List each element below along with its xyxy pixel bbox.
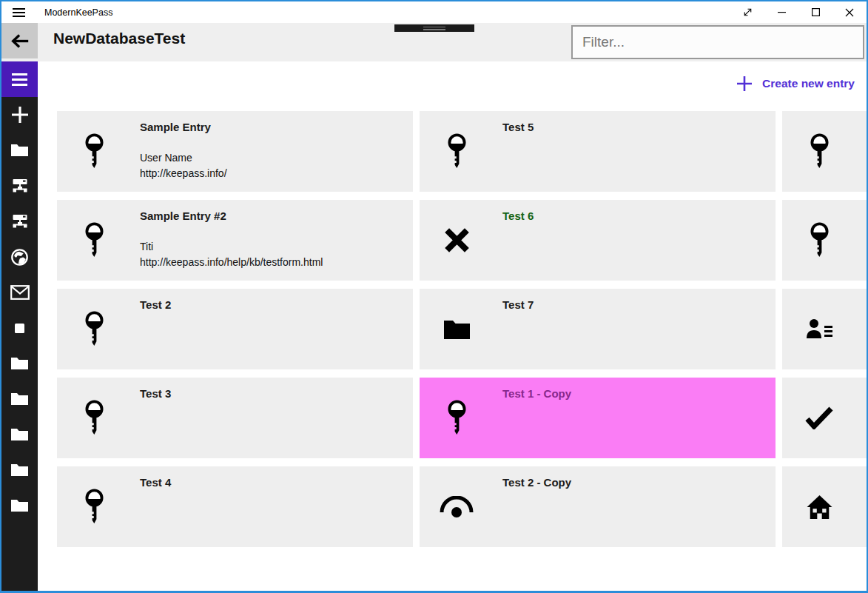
diagonal-resize-icon bbox=[742, 7, 753, 18]
contact-list-icon bbox=[782, 289, 856, 369]
plus-icon bbox=[11, 106, 29, 124]
sidebar-item-network[interactable] bbox=[1, 204, 38, 239]
entry-details: Titihttp://keepass.info/help/kb/testform… bbox=[140, 239, 323, 269]
entry-card[interactable]: Test 6 bbox=[420, 200, 776, 281]
entry-title: Test 5 bbox=[502, 120, 534, 135]
entry-title: Test 2 bbox=[140, 298, 171, 312]
mail-icon bbox=[10, 285, 30, 300]
key-icon bbox=[420, 111, 494, 192]
folder-icon bbox=[11, 499, 28, 512]
folder-icon bbox=[11, 463, 28, 477]
entry-title: Test 4 bbox=[140, 475, 171, 490]
sidebar-item-mail[interactable] bbox=[1, 275, 38, 310]
window-controls bbox=[730, 1, 867, 23]
entry-card-selected[interactable]: Test 1 - Copy bbox=[420, 378, 776, 458]
network-icon bbox=[11, 213, 29, 230]
key-icon bbox=[57, 111, 131, 192]
globe-icon bbox=[10, 248, 29, 267]
view-icon bbox=[420, 466, 494, 547]
entry-title: Sample Entry #2 bbox=[140, 209, 226, 224]
check-icon bbox=[782, 378, 856, 458]
folder-black-icon bbox=[420, 289, 494, 369]
minimize-button[interactable] bbox=[764, 1, 798, 23]
fullscreen-button[interactable] bbox=[730, 1, 764, 23]
key-icon bbox=[57, 200, 131, 281]
create-new-entry-button[interactable]: Create new entry bbox=[736, 76, 855, 92]
entry-card[interactable]: Test 3 bbox=[57, 378, 413, 458]
key-icon bbox=[57, 378, 131, 458]
network-icon bbox=[11, 178, 29, 194]
entry-card[interactable]: Test 4 bbox=[57, 466, 413, 547]
titlebar: ModernKeePass bbox=[1, 1, 867, 23]
entry-title: Test 1 - Copy bbox=[502, 386, 571, 401]
plus-icon bbox=[736, 76, 753, 92]
entry-card[interactable]: Test 7 bbox=[420, 289, 776, 369]
app-title: ModernKeePass bbox=[44, 7, 112, 18]
sidebar-item-folder[interactable] bbox=[1, 417, 38, 452]
home-icon bbox=[782, 466, 856, 547]
entry-card[interactable] bbox=[782, 378, 867, 458]
folder-icon bbox=[11, 144, 28, 157]
entry-card[interactable] bbox=[782, 111, 867, 192]
entry-title: Test 2 - Copy bbox=[502, 475, 571, 490]
sidebar-item-folder[interactable] bbox=[1, 488, 38, 523]
key-icon bbox=[420, 378, 494, 458]
entry-title: Test 3 bbox=[140, 386, 171, 401]
hamburger-icon bbox=[12, 73, 27, 86]
close-icon bbox=[845, 8, 854, 17]
folder-icon bbox=[11, 357, 28, 370]
sidebar-item-folder[interactable] bbox=[1, 133, 38, 168]
entry-card[interactable]: Sample EntryUser Namehttp://keepass.info… bbox=[57, 111, 413, 192]
key-icon bbox=[782, 200, 856, 281]
sidebar-item-folder[interactable] bbox=[1, 381, 38, 417]
sidebar-item-hamburger[interactable] bbox=[1, 61, 38, 97]
appbar-peek-handle[interactable] bbox=[394, 24, 474, 32]
minimize-icon bbox=[778, 8, 786, 16]
create-new-entry-label: Create new entry bbox=[762, 77, 855, 90]
sidebar-item-globe[interactable] bbox=[1, 239, 38, 275]
back-arrow-icon bbox=[10, 32, 30, 50]
entry-card[interactable] bbox=[782, 200, 867, 281]
app-window: ModernKeePass bbox=[0, 0, 868, 593]
entry-detail-line: http://keepass.info/ bbox=[140, 166, 227, 181]
sidebar-item-network[interactable] bbox=[1, 168, 38, 204]
close-button[interactable] bbox=[832, 1, 867, 23]
folder-icon bbox=[11, 392, 28, 406]
key-icon bbox=[57, 466, 131, 547]
maximize-button[interactable] bbox=[798, 1, 832, 23]
sidebar bbox=[1, 61, 38, 591]
entry-detail-line: Titi bbox=[140, 239, 323, 255]
folder-icon bbox=[11, 428, 28, 441]
main-content: Create new entry Sample EntryUser Nameht… bbox=[38, 61, 867, 591]
back-button[interactable] bbox=[1, 23, 38, 58]
entry-card[interactable] bbox=[782, 466, 867, 547]
sidebar-item-plus[interactable] bbox=[1, 97, 38, 133]
sidebar-item-folder[interactable] bbox=[1, 452, 38, 488]
entry-card[interactable]: Test 2 - Copy bbox=[420, 466, 776, 547]
entry-details: User Namehttp://keepass.info/ bbox=[140, 150, 227, 181]
key-icon bbox=[782, 111, 856, 192]
key-icon bbox=[57, 289, 131, 369]
entry-title: Sample Entry bbox=[140, 120, 211, 135]
entry-card[interactable]: Sample Entry #2Titihttp://keepass.info/h… bbox=[57, 200, 413, 281]
entry-grid: Sample EntryUser Namehttp://keepass.info… bbox=[57, 111, 867, 547]
entry-detail-line: User Name bbox=[140, 150, 227, 166]
sidebar-item-square[interactable] bbox=[1, 310, 38, 346]
maximize-icon bbox=[812, 8, 820, 16]
page-title: NewDatabaseTest bbox=[53, 30, 185, 47]
sidebar-item-folder[interactable] bbox=[1, 346, 38, 381]
entry-title: Test 6 bbox=[502, 209, 534, 224]
entry-card[interactable]: Test 5 bbox=[420, 111, 776, 192]
square-icon bbox=[15, 324, 24, 333]
entry-card[interactable] bbox=[782, 289, 867, 369]
entry-detail-line: http://keepass.info/help/kb/testform.htm… bbox=[140, 255, 323, 270]
entry-card[interactable]: Test 2 bbox=[57, 289, 413, 369]
close-x-icon bbox=[420, 200, 494, 281]
titlebar-hamburger-icon[interactable] bbox=[13, 8, 25, 17]
filter-input[interactable] bbox=[571, 25, 864, 59]
entry-title: Test 7 bbox=[502, 298, 534, 312]
